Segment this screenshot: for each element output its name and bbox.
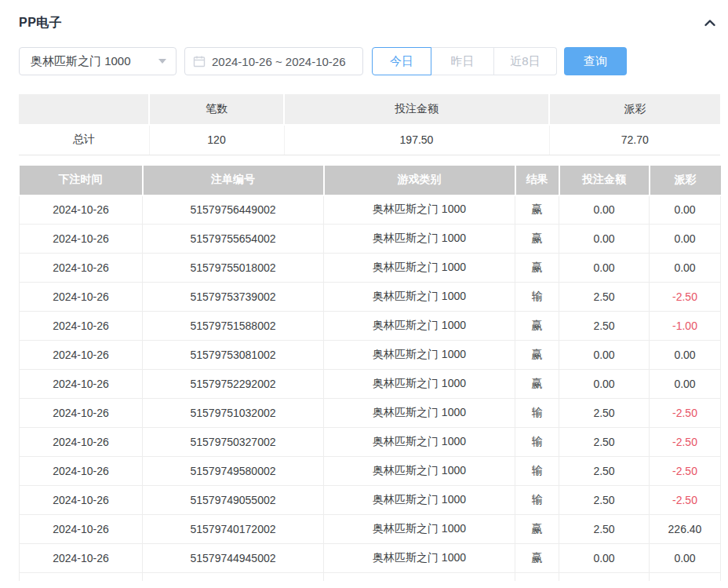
cell-payout: 0.00: [650, 370, 721, 399]
cell-bet-time: 2024-10-26: [20, 254, 143, 283]
summary-header-payout: 派彩: [549, 94, 720, 125]
cell-bet-id: 51579755654002: [143, 225, 324, 254]
titlebar: PP电子: [19, 13, 720, 32]
filter-bar: 奥林匹斯之门 1000 2024-10-26 ~ 2024-10-26 今日 昨…: [19, 47, 720, 75]
quick-filter-last8days[interactable]: 近8日: [494, 47, 557, 75]
table-row: 2024-10-26 51579744945002 奥林匹斯之门 1000 赢 …: [20, 544, 721, 573]
cell-payout: -1.00: [650, 312, 721, 341]
cell-bet-amount: 2.50: [559, 283, 650, 312]
game-select-value: 奥林匹斯之门 1000: [31, 54, 131, 69]
cell-bet-amount: [559, 573, 650, 581]
cell-payout: 0.00: [650, 544, 721, 573]
table-row: 2024-10-26 51579752292002 奥林匹斯之门 1000 赢 …: [20, 370, 721, 399]
cell-bet-id: 51579756449002: [143, 195, 324, 225]
cell-bet-id: 51579749580002: [143, 457, 324, 486]
header-bet-time: 下注时间: [20, 166, 143, 195]
cell-payout: -2.50: [650, 457, 721, 486]
table-row: 2024-10-26 51579755654002 奥林匹斯之门 1000 赢 …: [20, 225, 721, 254]
quick-filter-yesterday[interactable]: 昨日: [431, 47, 494, 75]
cell-bet-id: 51579755018002: [143, 254, 324, 283]
cell-result: 赢: [515, 312, 559, 341]
quick-filter-group: 今日 昨日 近8日: [372, 47, 557, 75]
cell-payout: 226.40: [650, 515, 721, 544]
cell-bet-amount: 2.50: [559, 399, 650, 428]
report-panel: PP电子 奥林匹斯之门 1000 2024-10-26 ~ 2024-10-26: [0, 0, 728, 588]
cell-bet-id: 51579744945002: [143, 544, 324, 573]
cell-bet-amount: 0.00: [559, 254, 650, 283]
cell-bet-time: 2024-10-26: [20, 341, 143, 370]
bet-table-body: 2024-10-26 51579756449002 奥林匹斯之门 1000 赢 …: [20, 195, 721, 581]
cell-bet-id: 51579750327002: [143, 428, 324, 457]
cell-game-category: 奥林匹斯之门 1000: [324, 225, 515, 254]
cell-game-category: 奥林匹斯之门 1000: [324, 428, 515, 457]
query-button[interactable]: 查询: [564, 47, 627, 75]
date-range-value: 2024-10-26 ~ 2024-10-26: [212, 55, 346, 68]
summary-header-bet-amount: 投注金额: [284, 94, 549, 125]
cell-game-category: 奥林匹斯之门 1000: [324, 341, 515, 370]
summary-header-count: 笔数: [149, 94, 284, 125]
cell-bet-time: 2024-10-26: [20, 370, 143, 399]
cell-bet-id: 51579740172002: [143, 515, 324, 544]
cell-bet-amount: 2.50: [559, 515, 650, 544]
cell-payout: -2.50: [650, 486, 721, 515]
summary-bet-amount-value: 197.50: [284, 125, 549, 155]
summary-header-row: 笔数 投注金额 派彩: [19, 94, 720, 125]
cell-result: 赢: [515, 195, 559, 225]
cell-game-category: 奥林匹斯之门 1000: [324, 515, 515, 544]
cell-bet-amount: 0.00: [559, 370, 650, 399]
cell-result: 赢: [515, 225, 559, 254]
summary-payout-value: 72.70: [549, 125, 720, 155]
header-bet-amount: 投注金额: [559, 166, 650, 195]
cell-game-category: [324, 573, 515, 581]
date-range-picker[interactable]: 2024-10-26 ~ 2024-10-26: [184, 47, 363, 75]
summary-total-label: 总计: [19, 125, 149, 155]
header-game-category: 游戏类别: [324, 166, 515, 195]
cell-result: 输: [515, 283, 559, 312]
cell-result: 输: [515, 457, 559, 486]
cell-bet-time: 2024-10-26: [20, 195, 143, 225]
cell-payout: 0.00: [650, 341, 721, 370]
game-select[interactable]: 奥林匹斯之门 1000: [19, 47, 177, 75]
cell-bet-time: [20, 573, 143, 581]
cell-game-category: 奥林匹斯之门 1000: [324, 254, 515, 283]
cell-bet-time: 2024-10-26: [20, 486, 143, 515]
cell-result: 赢: [515, 544, 559, 573]
table-row: 2024-10-26 51579753081002 奥林匹斯之门 1000 赢 …: [20, 341, 721, 370]
cell-result: 赢: [515, 254, 559, 283]
summary-header-blank: [19, 94, 149, 125]
table-row-partial: [20, 573, 721, 581]
cell-payout: 0.00: [650, 195, 721, 225]
cell-bet-time: 2024-10-26: [20, 515, 143, 544]
cell-bet-time: 2024-10-26: [20, 457, 143, 486]
bet-records-table: 下注时间 注单编号 游戏类别 结果 投注金额 派彩 2024-10-26 515…: [19, 166, 721, 581]
summary-count-value: 120: [149, 125, 284, 155]
table-row: 2024-10-26 51579756449002 奥林匹斯之门 1000 赢 …: [20, 195, 721, 225]
cell-payout: -2.50: [650, 399, 721, 428]
header-bet-id: 注单编号: [143, 166, 324, 195]
cell-bet-id: [143, 573, 324, 581]
cell-result: 输: [515, 399, 559, 428]
header-result: 结果: [515, 166, 559, 195]
cell-bet-time: 2024-10-26: [20, 544, 143, 573]
cell-bet-time: 2024-10-26: [20, 283, 143, 312]
cell-bet-amount: 2.50: [559, 312, 650, 341]
cell-result: 赢: [515, 370, 559, 399]
cell-result: 赢: [515, 515, 559, 544]
cell-payout: 0.00: [650, 254, 721, 283]
cell-bet-amount: 0.00: [559, 195, 650, 225]
cell-game-category: 奥林匹斯之门 1000: [324, 370, 515, 399]
table-row: 2024-10-26 51579751588002 奥林匹斯之门 1000 赢 …: [20, 312, 721, 341]
page-title: PP电子: [19, 15, 62, 31]
collapse-chevron-button[interactable]: [701, 14, 719, 31]
cell-bet-id: 51579752292002: [143, 370, 324, 399]
cell-bet-amount: 0.00: [559, 544, 650, 573]
cell-bet-time: 2024-10-26: [20, 312, 143, 341]
cell-game-category: 奥林匹斯之门 1000: [324, 486, 515, 515]
cell-bet-id: 51579751588002: [143, 312, 324, 341]
table-row: 2024-10-26 51579750327002 奥林匹斯之门 1000 输 …: [20, 428, 721, 457]
calendar-icon: [193, 55, 206, 68]
cell-bet-amount: 2.50: [559, 457, 650, 486]
quick-filter-today[interactable]: 今日: [372, 47, 431, 75]
cell-result: 输: [515, 428, 559, 457]
summary-total-row: 总计 120 197.50 72.70: [19, 125, 720, 155]
